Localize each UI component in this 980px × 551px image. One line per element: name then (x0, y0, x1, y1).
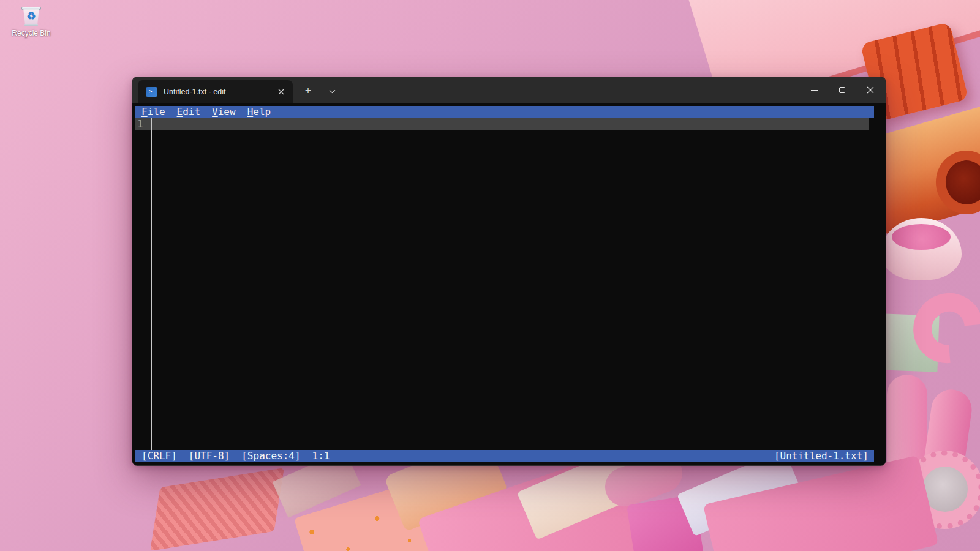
desktop: ♻ Recycle Bin >_ Untitled-1.txt - edit + (0, 0, 980, 551)
terminal-content: File Edit View Help 1 [CRLF] [UTF-8] [Sp… (132, 103, 886, 465)
status-filename[interactable]: [Untitled-1.txt] (774, 450, 869, 462)
new-tab-button[interactable]: + (299, 82, 317, 100)
maximize-icon (839, 87, 845, 93)
recycle-symbol-icon: ♻ (21, 9, 42, 24)
minimize-button[interactable] (800, 77, 828, 103)
status-cursor-position: 1:1 (312, 450, 330, 462)
status-line-ending[interactable]: [CRLF] (141, 450, 177, 462)
close-button[interactable] (856, 77, 884, 103)
recycle-bin-icon: ♻ (21, 5, 42, 27)
status-bar: [CRLF] [UTF-8] [Spaces:4] 1:1 [Untitled-… (135, 450, 874, 462)
menu-edit[interactable]: Edit (177, 106, 201, 118)
terminal-window: >_ Untitled-1.txt - edit + (132, 77, 886, 465)
terminal-tab[interactable]: >_ Untitled-1.txt - edit (138, 80, 293, 103)
tab-separator (320, 84, 320, 98)
recycle-bin-shortcut[interactable]: ♻ Recycle Bin (7, 5, 55, 37)
text-caret (151, 118, 152, 450)
editor-area[interactable]: 1 (132, 118, 886, 450)
powershell-icon: >_ (146, 87, 157, 97)
wallpaper-halfpipe-shape (887, 375, 927, 467)
recycle-bin-base (24, 24, 38, 26)
titlebar[interactable]: >_ Untitled-1.txt - edit + (132, 77, 886, 103)
tab-dropdown-button[interactable] (323, 82, 341, 100)
minimize-icon (811, 90, 818, 91)
tab-close-icon[interactable] (274, 85, 288, 99)
wallpaper-striped-block-shape (150, 468, 284, 551)
menu-file[interactable]: File (141, 106, 165, 118)
status-encoding[interactable]: [UTF-8] (189, 450, 230, 462)
window-controls (800, 77, 884, 103)
line-number: 1 (137, 118, 149, 130)
status-indentation[interactable]: [Spaces:4] (241, 450, 300, 462)
menu-bar: File Edit View Help (135, 106, 874, 118)
close-icon (867, 86, 874, 94)
tab-title: Untitled-1.txt - edit (164, 88, 274, 96)
recycle-bin-label: Recycle Bin (7, 29, 55, 37)
current-line-highlight (135, 118, 869, 130)
menu-help[interactable]: Help (247, 106, 271, 118)
wallpaper-bowl-inner-shape (892, 224, 951, 250)
menu-view[interactable]: View (212, 106, 236, 118)
maximize-button[interactable] (828, 77, 856, 103)
